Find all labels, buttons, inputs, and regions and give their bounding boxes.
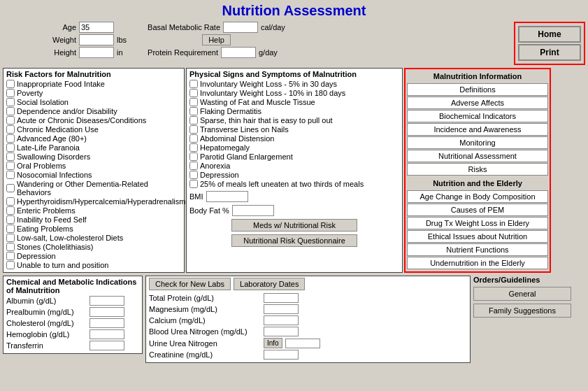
lab-input[interactable] bbox=[264, 327, 299, 336]
risk-factor-label: Dependence and/or Disability bbox=[17, 107, 117, 115]
risk-factor-item: Swallowing Disorders bbox=[6, 152, 181, 161]
help-button[interactable]: Help bbox=[202, 34, 231, 45]
chem-input[interactable] bbox=[89, 318, 124, 328]
physical-sign-label: Hepatomegaly bbox=[200, 143, 250, 152]
lab-label: Calcium (mg/dL) bbox=[149, 316, 261, 325]
risk-factor-checkbox[interactable] bbox=[6, 252, 15, 260]
elderly-info-button[interactable]: Drug Tx Weight Loss in Eldery bbox=[407, 217, 548, 229]
risk-factor-checkbox[interactable] bbox=[6, 261, 15, 269]
age-label: Age bbox=[45, 23, 76, 31]
body-fat-input[interactable] bbox=[232, 205, 274, 216]
print-button[interactable]: Print bbox=[518, 44, 581, 61]
risk-factor-checkbox[interactable] bbox=[6, 234, 15, 242]
general-button[interactable]: General bbox=[473, 287, 571, 301]
physical-sign-checkbox[interactable] bbox=[189, 107, 198, 115]
nrq-button[interactable]: Nutritional Risk Questionnaire bbox=[231, 234, 357, 247]
physical-sign-item: Depression bbox=[189, 171, 399, 179]
risk-factor-checkbox[interactable] bbox=[6, 225, 15, 233]
age-input[interactable] bbox=[79, 22, 114, 33]
elderly-info-button[interactable]: Undernutrition in the Elderly bbox=[407, 257, 548, 269]
risk-factor-checkbox[interactable] bbox=[6, 206, 15, 215]
risk-factor-item: Chronic Medication Use bbox=[6, 125, 181, 134]
physical-sign-checkbox[interactable] bbox=[189, 80, 198, 88]
risk-factor-checkbox[interactable] bbox=[6, 107, 15, 115]
bmi-input[interactable] bbox=[206, 191, 248, 202]
physical-sign-checkbox[interactable] bbox=[189, 98, 198, 106]
chem-label: Cholesterol (mg/dL) bbox=[6, 319, 87, 327]
risk-factor-label: Oral Problems bbox=[17, 162, 66, 170]
risk-factor-checkbox[interactable] bbox=[6, 143, 15, 152]
family-suggestions-button[interactable]: Family Suggestions bbox=[473, 304, 571, 318]
physical-sign-checkbox[interactable] bbox=[189, 171, 198, 179]
elderly-info-button[interactable]: Causes of PEM bbox=[407, 204, 548, 216]
elderly-info-button[interactable]: Age Change in Body Composition bbox=[407, 190, 548, 203]
risk-factor-checkbox[interactable] bbox=[6, 162, 15, 170]
risk-factor-checkbox[interactable] bbox=[6, 134, 15, 143]
info-button[interactable]: Info bbox=[264, 338, 282, 348]
weight-input[interactable] bbox=[79, 34, 114, 45]
physical-sign-checkbox[interactable] bbox=[189, 125, 198, 134]
risk-factor-checkbox[interactable] bbox=[6, 171, 15, 179]
risk-factor-checkbox[interactable] bbox=[6, 243, 15, 251]
orders-title: Orders/Guidelines bbox=[473, 276, 585, 284]
risk-factor-label: Swallowing Disorders bbox=[17, 152, 90, 161]
physical-sign-checkbox[interactable] bbox=[189, 89, 198, 97]
physical-sign-checkbox[interactable] bbox=[189, 180, 198, 188]
height-input[interactable] bbox=[79, 47, 114, 58]
risk-factor-item: Social Isolation bbox=[6, 98, 181, 106]
meds-button[interactable]: Meds w/ Nutritional Risk bbox=[231, 219, 357, 232]
page-title: Nutrition Assessment bbox=[3, 3, 585, 19]
risk-factor-checkbox[interactable] bbox=[6, 152, 15, 161]
check-labs-button[interactable]: Check for New Labs bbox=[149, 278, 231, 290]
physical-sign-checkbox[interactable] bbox=[189, 134, 198, 143]
risk-factor-checkbox[interactable] bbox=[6, 184, 15, 192]
protein-input[interactable] bbox=[221, 47, 256, 58]
elderly-title: Nutrition and the Elderly bbox=[407, 178, 548, 189]
malnutrition-info-button[interactable]: Monitoring bbox=[407, 136, 548, 149]
lab-input[interactable] bbox=[264, 304, 299, 314]
elderly-info-button[interactable]: Nutrient Functions bbox=[407, 243, 548, 256]
risk-factor-checkbox[interactable] bbox=[6, 125, 15, 134]
risk-factor-checkbox[interactable] bbox=[6, 197, 15, 206]
home-button[interactable]: Home bbox=[518, 26, 581, 43]
risk-factor-label: Poverty bbox=[17, 89, 43, 97]
chem-input[interactable] bbox=[89, 296, 124, 306]
chem-label: Hemoglobin (g/dL) bbox=[6, 330, 87, 339]
risk-factor-checkbox[interactable] bbox=[6, 89, 15, 97]
malnutrition-info-button[interactable]: Nutritional Assessment bbox=[407, 150, 548, 162]
physical-sign-item: Involuntary Weight Loss - 5% in 30 days bbox=[189, 80, 399, 88]
physical-sign-checkbox[interactable] bbox=[189, 162, 198, 170]
malnutrition-info-button[interactable]: Biochemical Indicators bbox=[407, 110, 548, 122]
physical-sign-label: Parotid Gland Enlargement bbox=[200, 152, 293, 161]
chem-input[interactable] bbox=[89, 341, 124, 350]
risk-factor-item: Depression bbox=[6, 252, 181, 260]
right-info-panel: Malnutrition Information DefinitionsAdve… bbox=[404, 68, 551, 273]
risk-factor-checkbox[interactable] bbox=[6, 116, 15, 125]
elderly-info-button[interactable]: Ethical Issues about Nutrition bbox=[407, 230, 548, 243]
malnutrition-info-button[interactable]: Risks bbox=[407, 163, 548, 176]
malnutrition-info-button[interactable]: Adverse Affects bbox=[407, 97, 548, 109]
physical-sign-checkbox[interactable] bbox=[189, 116, 198, 125]
body-fat-label: Body Fat % bbox=[189, 206, 229, 215]
risk-factor-checkbox[interactable] bbox=[6, 80, 15, 88]
lab-input[interactable] bbox=[264, 315, 299, 325]
risk-factor-item: Unable to turn and position bbox=[6, 261, 181, 269]
chem-row: Cholesterol (mg/dL) bbox=[6, 318, 139, 328]
risk-factor-checkbox[interactable] bbox=[6, 98, 15, 106]
physical-sign-checkbox[interactable] bbox=[189, 143, 198, 152]
lab-input[interactable] bbox=[264, 350, 299, 360]
physical-sign-checkbox[interactable] bbox=[189, 152, 198, 161]
lab-input[interactable] bbox=[264, 293, 299, 303]
risk-factor-label: Inability to Feed Self bbox=[17, 215, 87, 224]
malnutrition-info-button[interactable]: Definitions bbox=[407, 83, 548, 96]
chemical-title: Chemical and Metabolic Indications of Ma… bbox=[6, 278, 139, 294]
chem-input[interactable] bbox=[89, 307, 124, 317]
lab-dates-button[interactable]: Laboratory Dates bbox=[234, 278, 305, 290]
chem-input[interactable] bbox=[89, 329, 124, 339]
risk-factor-checkbox[interactable] bbox=[6, 215, 15, 224]
lab-input[interactable] bbox=[285, 339, 320, 348]
bmr-input[interactable] bbox=[223, 22, 258, 33]
weight-label: Weight bbox=[45, 36, 76, 44]
malnutrition-info-button[interactable]: Incidence and Awareness bbox=[407, 123, 548, 136]
physical-signs-panel: Physical Signs and Symptoms of Malnutrit… bbox=[186, 68, 403, 273]
